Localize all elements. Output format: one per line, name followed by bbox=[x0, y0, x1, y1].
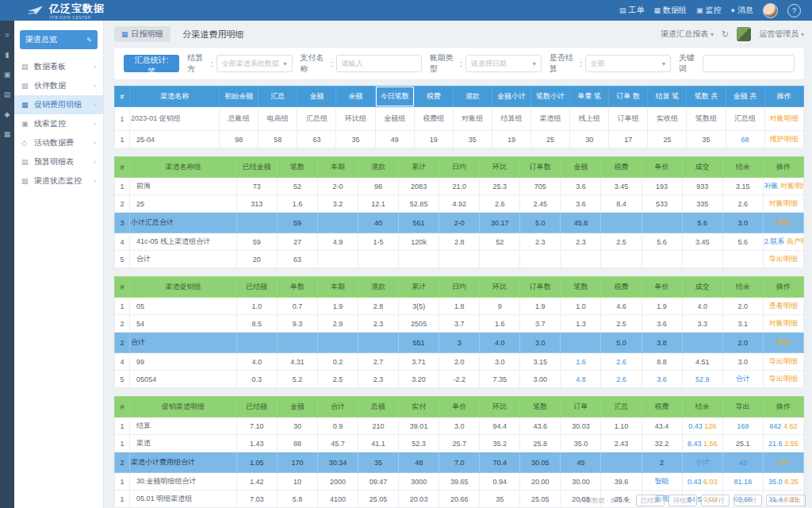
sidebar-item[interactable]: ▤ 预算明细表 › bbox=[14, 152, 103, 171]
column-header[interactable]: 余额 bbox=[336, 87, 375, 107]
edit-icon[interactable]: ✎ bbox=[86, 37, 92, 44]
report-range-select[interactable]: 渠道汇总报表 ▾ bbox=[661, 29, 714, 40]
column-header[interactable]: 导出 bbox=[722, 397, 763, 418]
keyword-input[interactable] bbox=[703, 55, 795, 72]
pin-icon[interactable]: ◆ bbox=[5, 111, 10, 118]
column-header[interactable]: # bbox=[115, 157, 130, 178]
settlement-party-select[interactable]: 全部渠道系统数据 ▾ bbox=[216, 55, 293, 72]
column-header[interactable]: 已结金额 bbox=[236, 157, 277, 178]
cell-link[interactable]: 0.43 bbox=[688, 478, 702, 486]
cell-link[interactable]: 6.03 bbox=[703, 478, 718, 486]
column-header[interactable]: 本期 bbox=[317, 277, 358, 298]
column-header[interactable]: 渠道名称组 bbox=[130, 157, 237, 178]
column-header[interactable]: 总额 bbox=[358, 397, 399, 418]
monitor-icon[interactable]: ▣ bbox=[4, 71, 11, 79]
column-header[interactable]: 退款 bbox=[453, 87, 492, 107]
column-header[interactable]: 渠道名称 bbox=[130, 87, 220, 107]
sidebar-item[interactable]: ▧ 伙伴数据 › bbox=[14, 76, 103, 95]
cell-link[interactable]: 对账明细 bbox=[769, 199, 798, 207]
sidebar-item[interactable]: ▣ 线索监控 › bbox=[14, 114, 103, 133]
subtotal-row[interactable]: 2渠道小计费用组合计1.0517030:3435487.070.430.0545… bbox=[115, 452, 804, 473]
cell-link[interactable]: 商户明细 bbox=[787, 237, 804, 245]
column-header[interactable]: 税费 bbox=[414, 87, 453, 107]
column-header[interactable]: 金额小计 bbox=[492, 87, 530, 107]
cell-link[interactable]: 对账明细 bbox=[780, 182, 803, 190]
cell-link[interactable]: 35.0 bbox=[768, 478, 783, 486]
cell-link[interactable]: 842 bbox=[769, 422, 781, 430]
navbar-avatar[interactable] bbox=[763, 3, 778, 18]
user-avatar[interactable] bbox=[737, 27, 751, 41]
column-header[interactable]: 退款 bbox=[358, 277, 399, 298]
column-header[interactable]: 金额 bbox=[297, 87, 336, 107]
cell-link[interactable]: 43 bbox=[739, 459, 747, 467]
column-header[interactable]: 今日笔数 bbox=[375, 87, 414, 107]
cell-link[interactable]: 对账明细 bbox=[770, 114, 799, 122]
cell-link[interactable]: 1.56 bbox=[703, 440, 718, 448]
column-header[interactable]: 累计 bbox=[399, 277, 439, 298]
column-header[interactable]: 税费 bbox=[601, 157, 642, 178]
column-header[interactable]: 结余 bbox=[722, 157, 763, 178]
tab-daily-report[interactable]: ▦ 日报明细 bbox=[114, 26, 170, 42]
column-header[interactable]: 操作 bbox=[763, 277, 803, 298]
user-menu[interactable]: 运营管理员 ▾ bbox=[759, 29, 804, 40]
navbar-item[interactable]: ●消息 bbox=[731, 5, 753, 16]
column-header[interactable]: 单数 bbox=[277, 277, 317, 298]
column-header[interactable]: 操作 bbox=[763, 157, 803, 178]
column-header[interactable]: 环比 bbox=[480, 157, 520, 178]
sidebar-item[interactable]: ▧ 渠道状态监控 › bbox=[14, 171, 103, 190]
column-header[interactable]: 结算 笔 bbox=[648, 87, 687, 107]
layers-icon[interactable]: ▤ bbox=[4, 91, 11, 98]
cell-link[interactable]: 小计 bbox=[695, 458, 710, 466]
cell-link[interactable]: 导出明细 bbox=[769, 255, 798, 263]
column-header[interactable]: 订单 bbox=[561, 397, 601, 418]
column-header[interactable]: 笔数 共 bbox=[687, 87, 726, 107]
payment-name-input[interactable]: 请输入 bbox=[336, 55, 422, 72]
cell-link[interactable]: 126 bbox=[704, 422, 716, 430]
column-header[interactable]: 合计 bbox=[317, 397, 358, 418]
sidebar-active-channel[interactable]: 渠道总览 ✎ bbox=[20, 30, 98, 49]
cell-link[interactable]: 0.43 bbox=[688, 422, 703, 430]
cell-link[interactable]: 2.联系 bbox=[764, 237, 785, 245]
column-header[interactable]: 累计 bbox=[399, 157, 439, 178]
column-header[interactable]: 笔数 bbox=[561, 277, 601, 298]
cell-link[interactable]: 合计 bbox=[776, 458, 791, 466]
cell-link[interactable]: 查看明细 bbox=[769, 302, 798, 310]
cell-link[interactable]: 21.6 bbox=[768, 440, 783, 448]
column-header[interactable]: # bbox=[115, 277, 130, 298]
column-header[interactable]: 促销渠道明细 bbox=[130, 397, 237, 418]
navbar-item[interactable]: ▣监控 bbox=[696, 5, 722, 16]
column-header[interactable]: 渠道促销组 bbox=[130, 277, 237, 298]
column-header[interactable]: 金额 共 bbox=[726, 87, 764, 107]
column-header[interactable]: 环比 bbox=[480, 397, 520, 418]
navbar-item[interactable]: ▦数据组 bbox=[654, 5, 688, 16]
column-header[interactable]: 单价 bbox=[642, 157, 682, 178]
column-header[interactable]: 笔数小计 bbox=[531, 87, 570, 107]
column-header[interactable]: 笔数 bbox=[520, 397, 561, 418]
column-header[interactable]: 结余 bbox=[722, 277, 763, 298]
column-header[interactable]: 税费 bbox=[601, 277, 642, 298]
column-header[interactable]: 操作 bbox=[764, 87, 803, 107]
column-header[interactable]: 已结额 bbox=[236, 277, 277, 298]
column-header[interactable]: 订单数 bbox=[520, 277, 561, 298]
cell-link[interactable]: 169 bbox=[737, 422, 749, 430]
column-header[interactable]: 日均 bbox=[439, 157, 480, 178]
cell-link[interactable]: 3.6 bbox=[657, 375, 667, 383]
column-header[interactable]: 本期 bbox=[317, 157, 358, 178]
cell-link[interactable]: 8.35 bbox=[784, 478, 799, 486]
column-header[interactable]: 笔数 bbox=[277, 157, 317, 178]
menu-icon[interactable]: ≡ bbox=[5, 32, 9, 39]
refresh-icon[interactable]: ↻ bbox=[722, 29, 729, 40]
sidebar-item[interactable]: ▤ 数据看板 › bbox=[14, 57, 103, 76]
column-header[interactable]: 成交 bbox=[682, 277, 722, 298]
column-header[interactable]: 成交 bbox=[682, 157, 722, 178]
cell-link[interactable]: 2.55 bbox=[784, 440, 799, 448]
cell-link[interactable]: 合计 bbox=[736, 375, 750, 383]
column-header[interactable]: 税费 bbox=[642, 397, 682, 418]
period-type-select[interactable]: 请选择日期 ▾ bbox=[465, 55, 542, 72]
sidebar-item[interactable]: ◇ 活动数据费 › bbox=[14, 133, 103, 152]
column-header[interactable]: 操作 bbox=[763, 397, 803, 418]
column-header[interactable]: 退款 bbox=[358, 157, 399, 178]
column-header[interactable]: 环比 bbox=[480, 277, 520, 298]
subtotal-row[interactable]: 2合计55134.03.05.03.82.0明细 bbox=[115, 333, 804, 353]
cell-link[interactable]: 4.62 bbox=[783, 422, 798, 430]
